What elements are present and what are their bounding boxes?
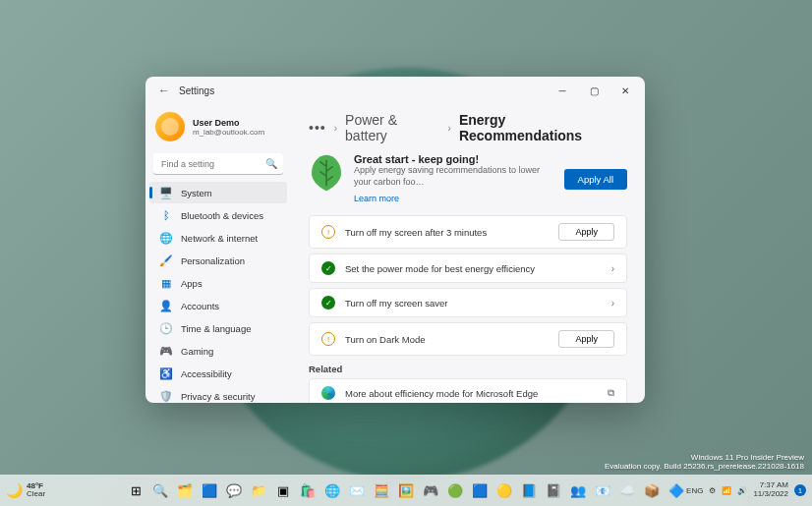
watermark: Windows 11 Pro Insider Preview Evaluatio… bbox=[605, 453, 804, 471]
taskbar-photos-icon[interactable]: 🖼️ bbox=[395, 479, 417, 501]
breadcrumb-parent[interactable]: Power & battery bbox=[345, 112, 440, 143]
nav-label: Privacy & security bbox=[181, 391, 256, 402]
chevron-right-icon: › bbox=[611, 298, 614, 309]
avatar bbox=[155, 112, 185, 141]
profile-email: m_lab@outlook.com bbox=[193, 128, 264, 137]
taskbar-outlook-icon[interactable]: 📧 bbox=[592, 479, 613, 501]
recommendation-card[interactable]: ✓Set the power mode for best energy effi… bbox=[309, 253, 627, 283]
related-text: More about efficiency mode for Microsoft… bbox=[345, 388, 598, 399]
nav-item-time-language[interactable]: 🕒Time & language bbox=[149, 317, 287, 339]
check-icon: ✓ bbox=[321, 296, 335, 309]
taskbar-vscode-icon[interactable]: 🟦 bbox=[469, 479, 491, 501]
nav-item-privacy-security[interactable]: 🛡️Privacy & security bbox=[149, 385, 287, 403]
chevron-right-icon: › bbox=[448, 123, 451, 134]
apply-button[interactable]: Apply bbox=[558, 330, 614, 348]
taskbar-tasks-icon[interactable]: 🗂️ bbox=[174, 479, 196, 501]
back-button[interactable]: ← bbox=[149, 84, 179, 97]
nav-item-accounts[interactable]: 👤Accounts bbox=[149, 295, 287, 316]
learn-more-link[interactable]: Learn more bbox=[354, 194, 399, 203]
nav-label: System bbox=[181, 188, 212, 198]
tray-network-icon[interactable]: ⚙ bbox=[709, 486, 716, 495]
taskbar: 🌙 48°F Clear ⊞🔍🗂️🟦💬📁▣🛍️🌐✉️🧮🖼️🎮🟢🟦🟡📘📓👥📧☁️📦… bbox=[0, 475, 812, 506]
recommendation-text: Turn on Dark Mode bbox=[345, 334, 549, 345]
taskbar-chat-icon[interactable]: 💬 bbox=[223, 479, 245, 501]
nav-label: Accessibility bbox=[181, 368, 232, 379]
taskbar-terminal-icon[interactable]: ▣ bbox=[272, 479, 294, 501]
nav-item-apps[interactable]: ▦Apps bbox=[149, 272, 287, 294]
related-item[interactable]: More about efficiency mode for Microsoft… bbox=[309, 378, 627, 403]
taskbar-widgets-icon[interactable]: 🟦 bbox=[199, 479, 220, 501]
taskbar-mail-icon[interactable]: ✉️ bbox=[346, 479, 368, 501]
profile-block[interactable]: User Demo m_lab@outlook.com bbox=[145, 108, 291, 149]
warning-icon: ! bbox=[321, 225, 335, 239]
nav-item-personalization[interactable]: 🖌️Personalization bbox=[149, 250, 287, 271]
nav-icon: 🕒 bbox=[159, 321, 173, 335]
nav-icon: 👤 bbox=[159, 299, 173, 312]
tray-notification-icon[interactable]: 1 bbox=[794, 484, 806, 496]
nav-item-network-internet[interactable]: 🌐Network & internet bbox=[149, 227, 287, 249]
system-tray[interactable]: ^ ENG ⚙ 📶 🔊 7:37 AM 11/3/2022 1 bbox=[676, 481, 806, 499]
minimize-button[interactable]: ─ bbox=[547, 77, 578, 104]
sidebar: User Demo m_lab@outlook.com 🔍 🖥️SystemᛒB… bbox=[145, 104, 291, 403]
nav-item-gaming[interactable]: 🎮Gaming bbox=[149, 340, 287, 362]
search-input[interactable] bbox=[153, 153, 283, 175]
taskbar-store-icon[interactable]: 🛍️ bbox=[297, 479, 319, 501]
chevron-right-icon: › bbox=[611, 263, 614, 274]
taskbar-spotify-icon[interactable]: 🟢 bbox=[444, 479, 466, 501]
breadcrumb-overflow[interactable]: ••• bbox=[309, 120, 326, 136]
clock[interactable]: 7:37 AM 11/3/2022 bbox=[753, 481, 788, 499]
taskbar-app1-icon[interactable]: 📦 bbox=[641, 479, 663, 501]
tray-wifi-icon[interactable]: 📶 bbox=[722, 486, 731, 495]
recommendation-text: Set the power mode for best energy effic… bbox=[345, 263, 602, 274]
nav-label: Apps bbox=[181, 278, 203, 289]
check-icon: ✓ bbox=[321, 261, 335, 275]
recommendation-card: !Turn on Dark ModeApply bbox=[309, 322, 627, 356]
taskbar-edge-icon[interactable]: 🌐 bbox=[321, 479, 343, 501]
close-button[interactable]: ✕ bbox=[609, 77, 641, 104]
taskbar-xbox-icon[interactable]: 🎮 bbox=[420, 479, 441, 501]
nav-icon: ᛒ bbox=[159, 208, 173, 222]
weather-widget[interactable]: 🌙 48°F Clear bbox=[6, 482, 45, 498]
related-header: Related bbox=[309, 364, 627, 374]
hero-subtitle: Apply energy saving recommendations to l… bbox=[354, 165, 554, 188]
taskbar-onenote-icon[interactable]: 📓 bbox=[543, 479, 564, 501]
edge-icon bbox=[321, 386, 335, 400]
taskbar-explorer-icon[interactable]: 📁 bbox=[248, 479, 269, 501]
breadcrumb-current: Energy Recommendations bbox=[459, 112, 627, 143]
taskbar-onedrive-icon[interactable]: ☁️ bbox=[616, 479, 638, 501]
recommendation-text: Turn off my screen saver bbox=[345, 298, 602, 309]
weather-icon: 🌙 bbox=[6, 483, 23, 497]
settings-window: ← Settings ─ ▢ ✕ User Demo m_lab@outlook… bbox=[145, 77, 645, 403]
nav-label: Gaming bbox=[181, 346, 213, 357]
tray-volume-icon[interactable]: 🔊 bbox=[737, 486, 747, 495]
leaf-icon bbox=[309, 153, 344, 193]
recommendation-card[interactable]: ✓Turn off my screen saver› bbox=[309, 288, 627, 317]
taskbar-word-icon[interactable]: 📘 bbox=[518, 479, 540, 501]
weather-cond: Clear bbox=[27, 490, 45, 498]
search-box[interactable]: 🔍 bbox=[153, 153, 283, 175]
apply-button[interactable]: Apply bbox=[558, 223, 614, 241]
profile-name: User Demo bbox=[193, 118, 264, 128]
nav-icon: 🖥️ bbox=[159, 186, 173, 199]
taskbar-teams-icon[interactable]: 👥 bbox=[567, 479, 589, 501]
taskbar-app2-icon[interactable]: 🔷 bbox=[666, 479, 687, 501]
apply-all-button[interactable]: Apply All bbox=[564, 169, 627, 190]
tray-lang[interactable]: ENG bbox=[686, 486, 703, 495]
taskbar-search-icon[interactable]: 🔍 bbox=[149, 479, 171, 501]
nav-item-accessibility[interactable]: ♿Accessibility bbox=[149, 363, 287, 384]
recommendation-card: !Turn off my screen after 3 minutesApply bbox=[309, 215, 627, 249]
nav-list: 🖥️SystemᛒBluetooth & devices🌐Network & i… bbox=[145, 181, 291, 403]
nav-icon: 🛡️ bbox=[159, 389, 173, 403]
nav-item-system[interactable]: 🖥️System bbox=[149, 182, 287, 203]
nav-icon: 🌐 bbox=[159, 231, 173, 245]
taskbar-start-icon[interactable]: ⊞ bbox=[125, 479, 146, 501]
nav-label: Bluetooth & devices bbox=[181, 210, 263, 221]
nav-label: Time & language bbox=[181, 323, 251, 334]
maximize-button[interactable]: ▢ bbox=[578, 77, 609, 104]
taskbar-chrome-icon[interactable]: 🟡 bbox=[493, 479, 515, 501]
search-icon: 🔍 bbox=[265, 158, 277, 169]
main-content: ••• › Power & battery › Energy Recommend… bbox=[291, 104, 645, 403]
nav-item-bluetooth-devices[interactable]: ᛒBluetooth & devices bbox=[149, 204, 287, 226]
nav-label: Accounts bbox=[181, 301, 219, 311]
taskbar-calc-icon[interactable]: 🧮 bbox=[371, 479, 392, 501]
